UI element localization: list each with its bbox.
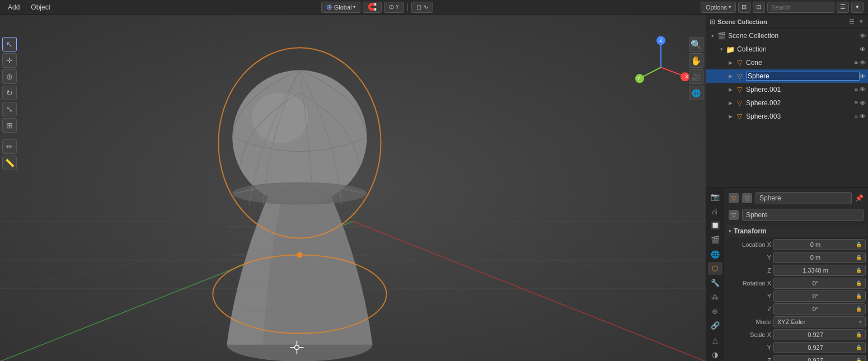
viewport-mode-btn[interactable]: Object Mode ▾ — [18, 17, 60, 27]
snap-toggle[interactable]: 🧲 — [363, 2, 382, 13]
cone-modifier-icon: ≡ — [855, 59, 858, 66]
sphere-visibility[interactable]: 👁 — [860, 73, 866, 79]
sphere001-type-icon: ▽ — [734, 85, 744, 95]
view-icon-btn-2[interactable]: ⊡ — [753, 2, 765, 13]
tool-scale[interactable]: ⤡ — [2, 102, 17, 116]
prop-tab-view[interactable]: 🔲 — [708, 219, 722, 232]
location-y-value[interactable]: 0 m 🔒 — [773, 252, 866, 263]
pin-icon[interactable]: 📌 — [855, 194, 864, 202]
select-menu[interactable]: Select — [88, 17, 110, 27]
tool-pan[interactable]: ✋ — [689, 53, 703, 68]
proportional-edit[interactable]: ⊙ ⊻ — [384, 2, 404, 13]
shading-chevron[interactable]: ▾ — [696, 18, 702, 25]
sphere001-visibility[interactable]: 👁 — [860, 86, 866, 93]
obj-name-field[interactable] — [756, 192, 852, 204]
tool-measure[interactable]: 📏 — [2, 156, 17, 170]
tool-annotate[interactable]: ✏ — [2, 139, 17, 154]
outliner-item-scene-collection[interactable]: ▾ 🎬 Scene Collection 👁 — [706, 29, 868, 43]
view-menu[interactable]: View — [67, 17, 86, 27]
location-x-value[interactable]: 0 m 🔒 — [773, 239, 866, 250]
filter-btn[interactable]: ☰ — [837, 2, 849, 13]
prop-tab-modifiers[interactable]: 🔧 — [708, 276, 722, 289]
viewport[interactable]: ⊞ Object Mode ▾ View Select Add Object ⌖… — [0, 15, 706, 361]
xray-toggle[interactable]: ⧉ — [645, 17, 653, 27]
cone-visibility[interactable]: 👁 — [860, 59, 866, 66]
scale-z-lock[interactable]: 🔒 — [856, 358, 862, 361]
options-chevron-icon: ▾ — [729, 4, 731, 10]
outliner-item-sphere[interactable]: ▶ ▽ 👁 — [706, 69, 868, 83]
sphere002-label: Sphere.002 — [746, 99, 855, 107]
scale-y-value[interactable]: 0.927 🔒 — [773, 342, 866, 353]
outliner-item-sphere003[interactable]: ▶ ▽ Sphere.003 ≡ 👁 — [706, 110, 868, 123]
scale-x-value[interactable]: 0.927 🔒 — [773, 329, 866, 340]
menu-add[interactable]: Add — [4, 2, 23, 12]
view-icon-btn-1[interactable]: ⊞ — [738, 2, 750, 13]
rotation-x-value[interactable]: 0° 🔒 — [773, 278, 866, 289]
outliner-item-sphere001[interactable]: ▶ ▽ Sphere.001 ≡ 👁 — [706, 83, 868, 96]
prop-tab-particles[interactable]: ⁂ — [708, 290, 722, 304]
tool-move[interactable]: ⊕ — [2, 69, 17, 84]
location-y-lock[interactable]: 🔒 — [856, 255, 862, 260]
overlay-toggle[interactable]: ◎ — [634, 17, 643, 27]
editor-type-btn[interactable]: ⊞ — [3, 17, 16, 27]
viewport-header-right: ⌖ ◎ ⧉ ● ◑ ○ ◻ ▾ — [625, 17, 702, 27]
tool-rotate[interactable]: ↻ — [2, 86, 17, 100]
rotation-y-text: 0° — [777, 293, 853, 299]
prop-tab-scene[interactable]: 🎬 — [708, 233, 722, 247]
scale-y-lock[interactable]: 🔒 — [856, 345, 862, 350]
collection-label: Collection — [737, 45, 860, 53]
rotation-mode-dropdown[interactable]: XYZ Euler ▾ — [773, 316, 866, 327]
tool-transform[interactable]: ⊞ — [2, 118, 17, 133]
shading-solid[interactable]: ● — [655, 17, 663, 27]
transform-orientation[interactable]: ⊕ Global ▾ — [321, 2, 361, 13]
location-z-lock[interactable]: 🔒 — [856, 268, 862, 273]
outliner-filter-btn[interactable]: ☰ — [847, 17, 856, 26]
tool-zoom[interactable]: 🔍 — [689, 37, 703, 51]
rotation-z-lock[interactable]: 🔒 — [856, 306, 862, 312]
prop-tab-object[interactable]: ⬡ — [708, 262, 722, 275]
rotation-x-lock[interactable]: 🔒 — [856, 280, 862, 286]
tool-world[interactable]: 🌐 — [689, 86, 703, 100]
data-name-field[interactable] — [742, 209, 864, 221]
prop-tab-data[interactable]: △ — [708, 334, 722, 347]
shading-wireframe[interactable]: ◻ — [685, 17, 695, 27]
sphere003-visibility[interactable]: 👁 — [860, 113, 866, 120]
location-z-row: Z 1.3348 m 🔒 — [726, 264, 866, 276]
object-menu[interactable]: Object — [132, 17, 154, 27]
shading-material[interactable]: ◑ — [664, 17, 674, 27]
outliner-item-collection[interactable]: ▾ 📁 Collection 👁 — [706, 43, 868, 56]
prop-tab-physics[interactable]: ⊕ — [708, 305, 722, 318]
options-dropdown[interactable]: Options ▾ — [701, 2, 736, 13]
snap-elements[interactable]: ◻ ∿ — [411, 2, 433, 13]
shading-rendered[interactable]: ○ — [675, 17, 683, 27]
collection-expand: ▾ — [717, 46, 725, 52]
prop-tab-render[interactable]: 📷 — [708, 190, 722, 204]
outliner-item-cone[interactable]: ▶ ▽ Cone ≡ 👁 — [706, 56, 868, 69]
prop-tab-material[interactable]: ◑ — [708, 348, 722, 361]
menu-object[interactable]: Object — [27, 2, 54, 12]
rotation-z-value[interactable]: 0° 🔒 — [773, 303, 866, 315]
location-z-value[interactable]: 1.3348 m 🔒 — [773, 265, 866, 276]
tool-cursor[interactable]: ✛ — [2, 53, 17, 68]
transform-header[interactable]: ▾ Transform — [726, 225, 866, 237]
filter-icon[interactable]: ▾ — [851, 2, 864, 13]
scale-z-value[interactable]: 0.927 🔒 — [773, 355, 866, 361]
rotation-y-lock[interactable]: 🔒 — [856, 293, 862, 299]
collection-visibility[interactable]: 👁 — [860, 46, 866, 53]
rotation-y-value[interactable]: 0° 🔒 — [773, 290, 866, 302]
location-x-lock[interactable]: 🔒 — [856, 242, 862, 247]
prop-tab-world[interactable]: 🌐 — [708, 247, 722, 261]
tool-camera[interactable]: 🎥 — [689, 69, 703, 84]
scale-x-lock[interactable]: 🔒 — [856, 332, 862, 337]
prop-tab-constraints[interactable]: 🔗 — [708, 319, 722, 332]
tool-select[interactable]: ↖ — [2, 37, 17, 51]
scene-collection-visibility[interactable]: 👁 — [860, 32, 866, 39]
outliner-search-btn[interactable]: ▾ — [858, 17, 865, 26]
add-menu[interactable]: Add — [112, 17, 129, 27]
prop-tab-output[interactable]: 🖨 — [708, 205, 722, 218]
viewport-gizmo-toggle[interactable]: ⌖ — [625, 17, 632, 27]
sphere002-visibility[interactable]: 👁 — [860, 100, 866, 106]
outliner-item-sphere002[interactable]: ▶ ▽ Sphere.002 ≡ 👁 — [706, 96, 868, 110]
sphere-rename-input[interactable] — [746, 72, 860, 81]
search-input[interactable] — [767, 2, 834, 13]
